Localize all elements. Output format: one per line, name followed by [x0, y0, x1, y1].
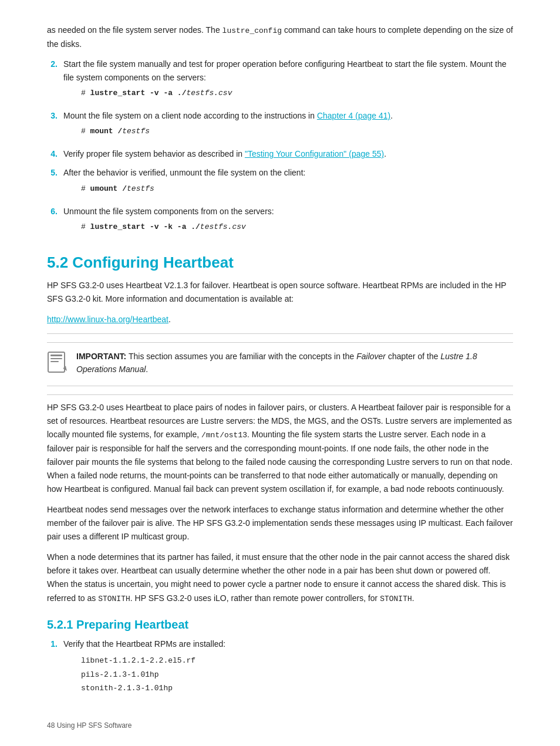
important-label: IMPORTANT:	[76, 352, 126, 361]
rpm-item: pils-2.1.3-1.01hp	[81, 668, 513, 681]
step-text: Mount the file system on a client node a…	[63, 111, 393, 120]
svg-rect-1	[50, 355, 62, 356]
page-footer: 48 Using HP SFS Software	[47, 721, 132, 730]
important-box: IMPORTANT: This section assumes you are …	[47, 342, 513, 386]
list-item: 5. After the behavior is verified, unmou…	[47, 166, 513, 198]
intro-paragraph: as needed on the file system server node…	[47, 23, 513, 50]
important-icon	[47, 351, 68, 379]
step-text: Verify proper file system behavior as de…	[63, 149, 386, 158]
section-52-para4: When a node determines that its partner …	[47, 551, 513, 605]
step-content: Mount the file system on a client node a…	[63, 109, 513, 141]
step-content: Verify proper file system behavior as de…	[63, 147, 513, 160]
step-number: 6.	[47, 205, 58, 237]
list-item: 1. Verify that the Heartbeat RPMs are in…	[47, 637, 513, 699]
important-text-block: IMPORTANT: This section assumes you are …	[76, 350, 513, 376]
code-block: # umount /testfs	[63, 183, 513, 195]
list-item: 2. Start the file system manually and te…	[47, 58, 513, 103]
divider-bottom	[47, 394, 513, 395]
section-52-title: 5.2 Configuring Heartbeat	[47, 254, 513, 272]
step-text: Verify that the Heartbeat RPMs are insta…	[63, 639, 225, 649]
code-block: # lustre_start -v -a ./testfs.csv	[63, 87, 513, 100]
code-block: # lustre_start -v -k -a ./testfs.csv	[63, 221, 513, 234]
testing-link[interactable]: "Testing Your Configuration" (page 55)	[245, 149, 384, 158]
step-content: Unmount the file system components from …	[63, 205, 513, 237]
code-block: # mount /testfs	[63, 126, 513, 138]
svg-rect-2	[50, 358, 62, 359]
svg-rect-3	[50, 361, 59, 362]
heartbeat-link[interactable]: http://www.linux-ha.org/Heartbeat	[47, 315, 168, 324]
intro-text-before: as needed on the file system server node…	[47, 25, 222, 35]
divider	[47, 333, 513, 334]
section-52-para2: HP SFS G3.2-0 uses Heartbeat to place pa…	[47, 401, 513, 496]
rpm-item: libnet-1.1.2.1-2.2.el5.rf	[81, 654, 513, 667]
step-number: 1.	[47, 637, 58, 699]
step-number: 5.	[47, 166, 58, 198]
step-number: 4.	[47, 147, 58, 160]
list-item: 6. Unmount the file system components fr…	[47, 205, 513, 237]
step-text: Start the file system manually and test …	[63, 59, 507, 82]
section-52-link-para: http://www.linux-ha.org/Heartbeat.	[47, 313, 513, 326]
step-text: Unmount the file system components from …	[63, 207, 274, 216]
steps-list: 2. Start the file system manually and te…	[47, 58, 513, 237]
section-521-title: 5.2.1 Preparing Heartbeat	[47, 618, 513, 632]
step-content: After the behavior is verified, unmount …	[63, 166, 513, 198]
steps-521-list: 1. Verify that the Heartbeat RPMs are in…	[47, 637, 513, 699]
step-text: After the behavior is verified, unmount …	[63, 168, 305, 177]
rpm-list: libnet-1.1.2.1-2.2.el5.rf pils-2.1.3-1.0…	[63, 654, 513, 695]
section-52-para3: Heartbeat nodes send messages over the n…	[47, 503, 513, 544]
list-item: 3. Mount the file system on a client nod…	[47, 109, 513, 141]
important-body: This section assumes you are familiar wi…	[76, 352, 477, 374]
step-content: Start the file system manually and test …	[63, 58, 513, 103]
page: as needed on the file system server node…	[0, 0, 560, 746]
section-52-para1: HP SFS G3.2-0 uses Heartbeat V2.1.3 for …	[47, 279, 513, 306]
list-item: 4. Verify proper file system behavior as…	[47, 147, 513, 160]
intro-code: lustre_config	[222, 26, 282, 35]
step-content: Verify that the Heartbeat RPMs are insta…	[63, 637, 513, 699]
step-number: 2.	[47, 58, 58, 103]
step-number: 3.	[47, 109, 58, 141]
chapter-link[interactable]: Chapter 4 (page 41)	[317, 111, 390, 120]
rpm-item: stonith-2.1.3-1.01hp	[81, 681, 513, 695]
